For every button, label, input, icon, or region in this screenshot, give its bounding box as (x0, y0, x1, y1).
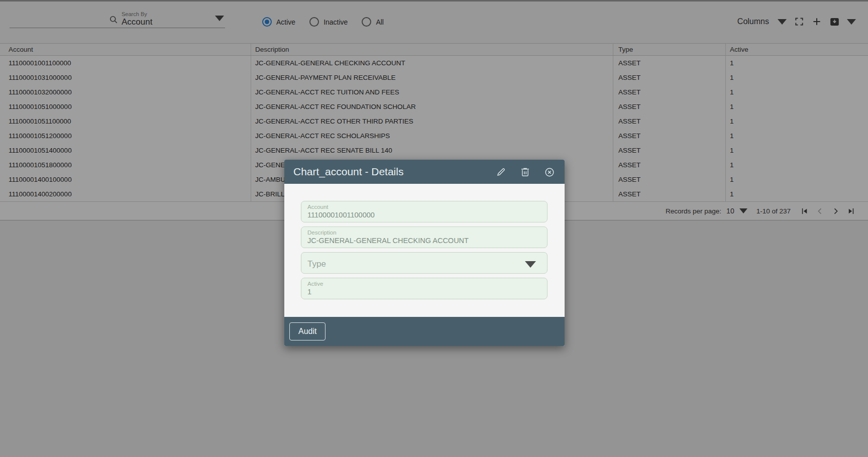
type-select-placeholder: Type (307, 259, 326, 269)
edit-icon[interactable] (496, 167, 506, 177)
account-field-value: 11100001001100000 (307, 210, 541, 219)
account-field[interactable]: Account 11100001001100000 (301, 201, 548, 222)
close-icon[interactable] (544, 167, 555, 177)
account-field-label: Account (307, 204, 541, 210)
type-select[interactable]: Type (301, 252, 548, 274)
modal-header: Chart_account - Details (284, 160, 565, 184)
description-field[interactable]: Description JC-GENERAL-GENERAL CHECKING … (301, 226, 548, 248)
type-select-dropdown-icon[interactable] (525, 261, 536, 268)
modal-title: Chart_account - Details (293, 166, 496, 178)
modal-footer: Audit (284, 317, 565, 346)
audit-button[interactable]: Audit (289, 322, 325, 340)
active-field-value: 1 (307, 287, 541, 296)
active-field[interactable]: Active 1 (301, 278, 548, 299)
description-field-value: JC-GENERAL-GENERAL CHECKING ACCOUNT (307, 236, 541, 245)
active-field-label: Active (307, 281, 541, 287)
details-modal: Chart_account - Details (284, 160, 565, 346)
delete-icon[interactable] (520, 167, 530, 177)
description-field-label: Description (307, 230, 541, 236)
modal-body: Account 11100001001100000 Description JC… (284, 184, 565, 299)
